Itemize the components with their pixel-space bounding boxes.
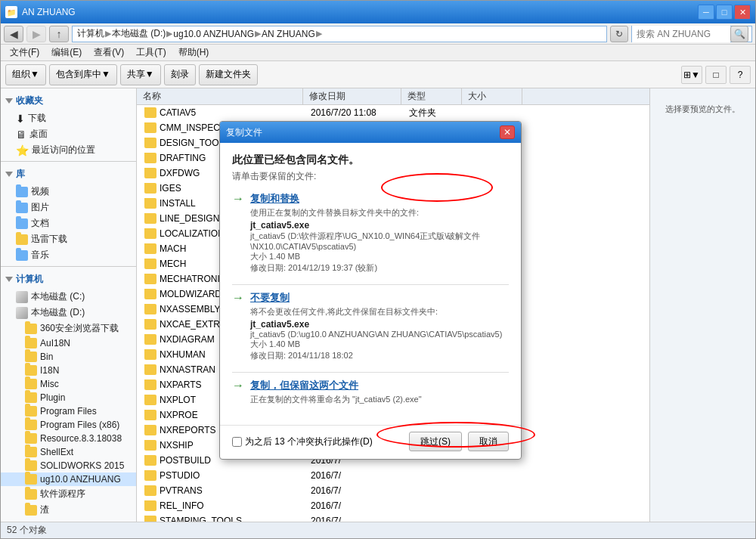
dialog-heading: 此位置已经包含同名文件。 — [232, 153, 509, 167]
dialog-divider-2 — [232, 372, 509, 373]
dialog-title-bar: 复制文件 ✕ — [220, 122, 521, 143]
dialog-title: 复制文件 — [226, 126, 500, 139]
footer-checkbox-text: 为之后 13 个冲突执行此操作(D) — [245, 435, 373, 448]
footer-checkbox[interactable] — [232, 437, 242, 447]
dialog-option-no-copy: → 不要复制 将不会更改任何文件,将此文件保留在目标文件夹中: jt_catia… — [232, 291, 509, 361]
cancel-button[interactable]: 取消 — [468, 432, 509, 451]
option2-title[interactable]: 不要复制 — [250, 291, 502, 305]
dialog-option-copy-replace: → 复制和替换 使用正在复制的文件替换目标文件夹中的文件: jt_catiav5… — [232, 192, 509, 274]
footer-checkbox-label: 为之后 13 个冲突执行此操作(D) — [232, 435, 403, 448]
option2-path: jt_catiav5 (D:\ug10.0 ANZHUANG\AN ZHUANG… — [250, 330, 502, 339]
dialog-overlay: 复制文件 ✕ 此位置已经包含同名文件。 请单击要保留的文件: → 复制和替换 使… — [0, 0, 756, 539]
option1-date: 修改日期: 2014/12/19 19:37 (较新) — [250, 262, 509, 274]
dialog-content: 此位置已经包含同名文件。 请单击要保留的文件: → 复制和替换 使用正在复制的文… — [220, 143, 521, 425]
option1-path: jt_catiav5 (D:\软件源程序\UG_NX10.0_WIN64正式版\… — [250, 231, 509, 251]
dialog-close-button[interactable]: ✕ — [500, 125, 515, 139]
option2-size: 大小 1.40 MB — [250, 339, 502, 350]
dialog-sub: 请单击要保留的文件: — [232, 170, 509, 183]
option3-desc: 正在复制的文件将重命名为 "jt_catiav5 (2).exe" — [250, 394, 422, 405]
option2-filename: jt_catiav5.exe — [250, 319, 502, 330]
dialog-footer: 为之后 13 个冲突执行此操作(D) 跳过(S) 取消 — [220, 425, 521, 459]
option2-desc: 将不会更改任何文件,将此文件保留在目标文件夹中: — [250, 306, 502, 318]
option1-desc: 使用正在复制的文件替换目标文件夹中的文件: — [250, 207, 509, 218]
copy-file-dialog: 复制文件 ✕ 此位置已经包含同名文件。 请单击要保留的文件: → 复制和替换 使… — [219, 121, 522, 460]
option1-filename: jt_catiav5.exe — [250, 220, 509, 231]
skip-button[interactable]: 跳过(S) — [409, 432, 462, 451]
dialog-divider-1 — [232, 284, 509, 285]
option1-size: 大小 1.40 MB — [250, 251, 509, 262]
option1-title[interactable]: 复制和替换 — [250, 192, 509, 206]
dialog-option-keep-both: → 复制，但保留这两个文件 正在复制的文件将重命名为 "jt_catiav5 (… — [232, 379, 509, 407]
option3-title[interactable]: 复制，但保留这两个文件 — [250, 379, 422, 392]
option2-arrow-icon: → — [232, 291, 244, 305]
option2-date: 修改日期: 2014/11/18 18:02 — [250, 350, 502, 361]
option3-arrow-icon: → — [232, 379, 244, 392]
option1-arrow-icon: → — [232, 192, 244, 206]
